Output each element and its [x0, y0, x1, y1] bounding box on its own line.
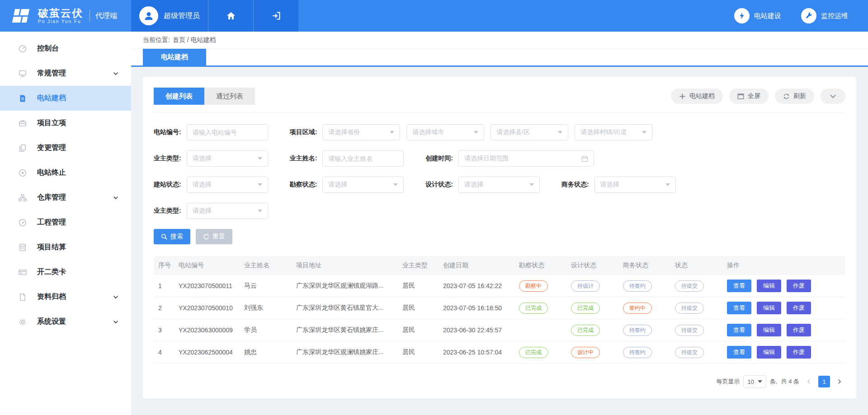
cell-owner-name: 姚忠: [240, 348, 292, 356]
caret-icon: [758, 380, 762, 383]
caret-icon: [390, 131, 394, 134]
prev-page-button[interactable]: [803, 376, 815, 387]
page-number[interactable]: 1: [818, 376, 830, 387]
page-tab-plant-archive[interactable]: 电站建档: [143, 49, 206, 65]
survey-status-badge: 已完成: [519, 347, 548, 358]
breadcrumb-path[interactable]: 首页 / 电站建档: [173, 36, 216, 44]
breadcrumb-label: 当前位置:: [143, 36, 170, 44]
col-status: 状态: [670, 261, 722, 270]
sidebar: 控制台 常规管理 电站建档: [0, 32, 131, 415]
cell-owner-type: 居民: [398, 282, 439, 290]
fullscreen-button[interactable]: 全屏: [729, 89, 769, 104]
per-page-label: 每页显示: [716, 378, 740, 386]
next-page-button[interactable]: [834, 376, 845, 387]
gauge-icon: [18, 218, 27, 227]
table-row: 1 YX2023070500011 马云 广东深圳龙华区观澜镇观湖路... 居民…: [154, 275, 845, 297]
sidebar-item-console[interactable]: 控制台: [0, 36, 131, 61]
void-button[interactable]: 作废: [787, 324, 811, 336]
status-badge: 待提交: [675, 325, 704, 336]
col-address: 项目地址: [292, 261, 398, 270]
brand-text: 破茧云伏 Po Jian Yun Fu: [38, 8, 83, 24]
cell-index: 3: [154, 326, 174, 334]
void-button[interactable]: 作废: [787, 280, 811, 292]
app-root: 破茧云伏 Po Jian Yun Fu 代理端 超级管理员: [0, 0, 868, 415]
sidebar-item-plant-archive[interactable]: 电站建档: [0, 86, 131, 111]
sidebar-item-engineering-mgmt[interactable]: 工程管理: [0, 210, 131, 235]
town-select[interactable]: 请选择村镇/街道: [575, 124, 652, 140]
refresh-icon: [783, 93, 790, 100]
sidebar-item-project-initiation[interactable]: 项目立项: [0, 111, 131, 135]
edit-button[interactable]: 编辑: [757, 302, 781, 314]
owner-type2-select[interactable]: 请选择: [187, 203, 268, 219]
cell-index: 4: [154, 349, 174, 356]
edit-button[interactable]: 编辑: [757, 346, 781, 359]
cell-address: 广东深圳龙华区观澜镇姚家庄...: [292, 348, 398, 356]
sidebar-item-warehouse-mgmt[interactable]: 仓库管理: [0, 185, 131, 210]
void-button[interactable]: 作废: [787, 346, 811, 359]
tab-create-list[interactable]: 创建列表: [154, 88, 204, 105]
design-status-select[interactable]: 请选择: [458, 177, 540, 193]
sidebar-item-label: 仓库管理: [37, 193, 113, 202]
total-count: 共 4 条: [781, 378, 799, 386]
view-button[interactable]: 查看: [727, 346, 751, 359]
sidebar-item-label: 项目立项: [37, 118, 118, 128]
user-menu[interactable]: 超级管理员: [131, 0, 208, 32]
owner-type-select[interactable]: 请选择: [187, 150, 268, 167]
view-button[interactable]: 查看: [727, 324, 751, 336]
credit-card-icon: [18, 268, 27, 277]
caret-icon: [642, 131, 646, 134]
plants-table: 序号 电站编号 业主姓名 项目地址 业主类型 创建日期 勘察状态 设计状态 商务…: [154, 256, 845, 364]
owner-name-input[interactable]: [322, 150, 404, 167]
sidebar-item-data-archive[interactable]: 资料归档: [0, 284, 131, 309]
owner-type2-label: 业主类型:: [154, 207, 181, 215]
business-status-badge: 待签约: [623, 347, 652, 358]
view-button[interactable]: 查看: [727, 302, 751, 314]
sidebar-item-system-settings[interactable]: 系统设置: [0, 309, 131, 334]
view-button[interactable]: 查看: [727, 280, 751, 292]
survey-status-select[interactable]: 请选择: [322, 177, 404, 193]
add-plant-button[interactable]: 电站建档: [671, 89, 723, 104]
city-select[interactable]: 请选择城市: [406, 124, 484, 140]
logout-button[interactable]: [253, 0, 298, 32]
build-status-select[interactable]: 请选择: [187, 177, 268, 193]
collapse-button[interactable]: [821, 89, 845, 104]
city-placeholder: 请选择城市: [412, 128, 444, 136]
province-select[interactable]: 请选择省份: [322, 124, 400, 140]
refresh-button[interactable]: 刷新: [775, 89, 814, 104]
page-tab-bar: 电站建档: [131, 49, 868, 67]
business-status-placeholder: 请选择: [600, 181, 619, 189]
sidebar-item-class2-card[interactable]: 开二类卡: [0, 260, 131, 284]
sidebar-item-label: 项目结算: [37, 242, 118, 252]
plus-icon: [679, 93, 686, 100]
business-status-select[interactable]: 请选择: [594, 177, 676, 193]
reset-button[interactable]: 重置: [196, 229, 232, 244]
owner-type-label: 业主类型:: [154, 154, 181, 163]
home-button[interactable]: [208, 0, 253, 32]
col-design-status: 设计状态: [566, 261, 618, 270]
sidebar-item-change-mgmt[interactable]: 变更管理: [0, 135, 131, 160]
caret-icon: [665, 183, 670, 186]
nav-plant-construction[interactable]: 电站建设: [734, 0, 781, 32]
copy-icon: [18, 144, 27, 153]
edit-button[interactable]: 编辑: [757, 324, 781, 336]
sidebar-item-plant-termination[interactable]: 电站终止: [0, 160, 131, 185]
void-button[interactable]: 作废: [787, 302, 811, 314]
county-select[interactable]: 请选择县/区: [491, 124, 568, 140]
date-range-picker[interactable]: 请选择日期范围: [458, 150, 594, 167]
tab-passed-list[interactable]: 通过列表: [204, 88, 255, 105]
edit-button[interactable]: 编辑: [757, 280, 781, 292]
search-button[interactable]: 搜索: [154, 229, 190, 244]
chevron-left-icon: [806, 379, 811, 384]
cell-address: 广东深圳龙华区观澜镇观湖路...: [292, 282, 398, 290]
province-placeholder: 请选择省份: [328, 128, 360, 136]
per-page-select[interactable]: 10: [743, 375, 766, 388]
brand-portal: 代理端: [90, 10, 117, 22]
col-owner-type: 业主类型: [398, 261, 439, 270]
cell-plant-code: YX2023070500011: [174, 282, 240, 289]
sidebar-item-general-mgmt[interactable]: 常规管理: [0, 61, 131, 86]
plant-no-input[interactable]: [187, 124, 268, 140]
build-status-placeholder: 请选择: [193, 181, 212, 189]
sidebar-item-project-settlement[interactable]: 项目结算: [0, 235, 131, 260]
nav-monitor-ops[interactable]: 监控运维: [801, 0, 848, 32]
cell-created: 2023-06-25 10:57:04: [439, 349, 514, 356]
